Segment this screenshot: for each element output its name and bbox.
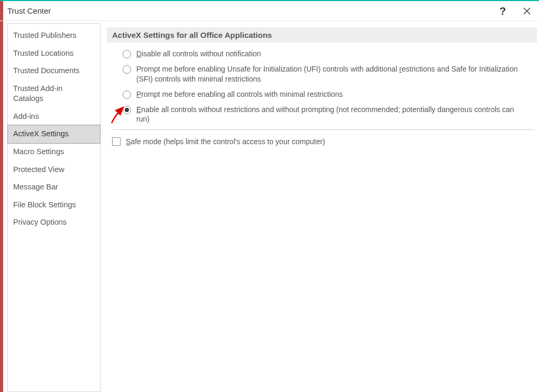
sidebar-item-label: Trusted Locations bbox=[13, 49, 74, 57]
main-panel: ActiveX Settings for all Office Applicat… bbox=[101, 23, 539, 392]
sidebar-item-activex-settings[interactable]: ActiveX Settings bbox=[7, 125, 101, 144]
titlebar: Trust Center ? bbox=[0, 1, 539, 21]
help-icon: ? bbox=[500, 5, 506, 17]
sidebar-item-trusted-locations[interactable]: Trusted Locations bbox=[8, 45, 100, 63]
sidebar-item-protected-view[interactable]: Protected View bbox=[8, 161, 100, 179]
sidebar-item-message-bar[interactable]: Message Bar bbox=[8, 178, 100, 196]
sidebar-item-label: ActiveX Settings bbox=[13, 129, 69, 138]
activex-radio-group: Disable all controls without notificatio… bbox=[107, 43, 539, 124]
sidebar-item-privacy-options[interactable]: Privacy Options bbox=[8, 214, 100, 232]
checkbox-label: Safe mode (helps limit the control's acc… bbox=[126, 137, 325, 146]
sidebar: Trusted Publishers Trusted Locations Tru… bbox=[7, 23, 101, 392]
sidebar-item-label: Trusted Documents bbox=[13, 66, 79, 75]
sidebar-item-label: Trusted Add-in Catalogs bbox=[13, 84, 63, 103]
left-accent-bar bbox=[0, 1, 3, 392]
sidebar-item-trusted-publishers[interactable]: Trusted Publishers bbox=[8, 27, 100, 45]
radio-prompt-ufi[interactable]: Prompt me before enabling Unsafe for Ini… bbox=[123, 64, 535, 84]
window-controls: ? bbox=[491, 1, 539, 21]
radio-icon bbox=[123, 91, 131, 99]
radio-prompt-all[interactable]: Prompt me before enabling all controls w… bbox=[123, 89, 535, 99]
trust-center-window: Trust Center ? Trusted Publishers Truste… bbox=[0, 0, 539, 392]
sidebar-item-trusted-documents[interactable]: Trusted Documents bbox=[8, 62, 100, 80]
radio-enable-all[interactable]: Enable all controls without restrictions… bbox=[123, 105, 535, 125]
sidebar-item-label: Privacy Options bbox=[13, 218, 67, 226]
sidebar-item-label: Macro Settings bbox=[13, 147, 64, 156]
section-header: ActiveX Settings for all Office Applicat… bbox=[107, 27, 537, 43]
radio-label: Prompt me before enabling Unsafe for Ini… bbox=[136, 64, 526, 84]
window-title: Trust Center bbox=[7, 6, 51, 15]
sidebar-item-macro-settings[interactable]: Macro Settings bbox=[8, 143, 100, 161]
sidebar-item-label: Add-ins bbox=[13, 112, 39, 120]
close-button[interactable] bbox=[515, 1, 539, 21]
sidebar-item-label: Protected View bbox=[13, 165, 64, 174]
help-button[interactable]: ? bbox=[491, 1, 515, 21]
radio-disable-all[interactable]: Disable all controls without notificatio… bbox=[123, 49, 535, 59]
radio-icon bbox=[123, 50, 131, 58]
radio-label: Disable all controls without notificatio… bbox=[136, 49, 261, 59]
radio-label: Prompt me before enabling all controls w… bbox=[136, 89, 343, 99]
radio-icon bbox=[123, 65, 131, 74]
sidebar-item-addins[interactable]: Add-ins bbox=[8, 108, 100, 126]
safe-mode-checkbox[interactable]: Safe mode (helps limit the control's acc… bbox=[107, 137, 539, 146]
close-icon bbox=[523, 7, 531, 15]
sidebar-item-label: File Block Settings bbox=[13, 200, 76, 209]
sidebar-item-file-block-settings[interactable]: File Block Settings bbox=[8, 196, 100, 214]
checkbox-icon bbox=[112, 137, 121, 146]
dialog-body: Trusted Publishers Trusted Locations Tru… bbox=[7, 23, 539, 392]
sidebar-item-label: Message Bar bbox=[13, 183, 58, 191]
divider bbox=[112, 129, 535, 130]
sidebar-item-trusted-addin-catalogs[interactable]: Trusted Add-in Catalogs bbox=[8, 80, 100, 108]
radio-icon bbox=[123, 106, 131, 114]
sidebar-item-label: Trusted Publishers bbox=[13, 31, 76, 39]
radio-label: Enable all controls without restrictions… bbox=[136, 105, 526, 125]
